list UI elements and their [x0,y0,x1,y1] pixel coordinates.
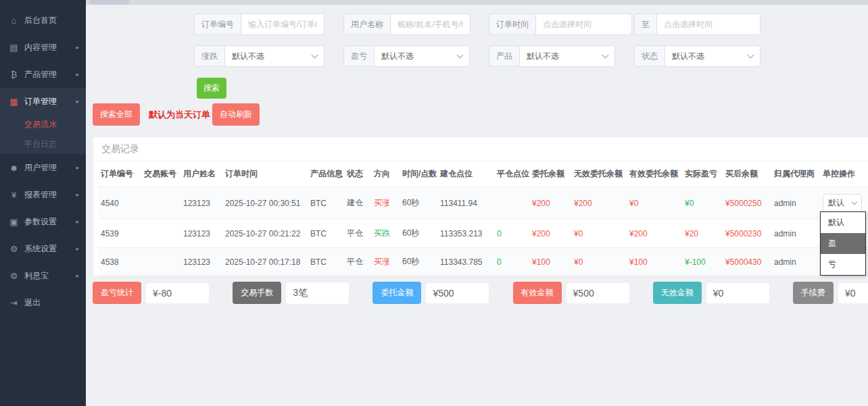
column-header: 平仓点位 [495,161,530,187]
chevron-down-icon [748,52,754,59]
order-time-label: 订单时间 [489,14,535,35]
table-row: 45381231232025-10-27 00:17:18BTC平仓买涨60秒1… [99,248,868,276]
sidebar-item-label: 利息宝 [24,270,49,282]
chevron-down-icon [312,52,318,59]
control-option[interactable]: 亏 [821,254,865,275]
params-icon: ▣ [9,217,19,227]
cell-time: 2025-10-27 00:30:51 [223,187,308,220]
product-icon: ₿ [9,70,19,80]
stat-value: 3笔 [286,282,349,304]
sidebar-subitem[interactable]: 交易流水 [0,115,86,134]
sidebar-item-product[interactable]: ₿产品管理▸ [0,61,86,88]
cell-product: BTC [308,187,345,220]
trade-records-panel: 交易记录 订单编号交易账号用户姓名订单时间产品信息状态方向时间/点数建仓点位平仓… [93,136,868,276]
product-select[interactable]: 默认不选 [519,45,615,67]
sidebar-item-order[interactable]: ▦订单管理▸ [0,88,86,115]
sidebar-item-content[interactable]: ▤内容管理▸ [0,34,86,61]
cell-close-point: 0 [495,248,530,276]
column-header: 建仓点位 [438,161,495,187]
order-no-filter: 订单编号 [194,14,324,35]
sidebar-item-label: 退出 [24,297,41,309]
sidebar-item-label: 产品管理 [24,69,57,80]
cell-open-point: 113353.213 [438,220,495,248]
filter-bar: 订单编号 用户名称 订单时间 至 涨跌 默认不选 [86,5,868,67]
auto-refresh-button[interactable]: 自动刷新 [212,103,260,126]
column-header: 委托余额 [530,161,572,187]
cell-actual-pl: ¥20 [683,220,723,248]
sidebar-item-params[interactable]: ▣参数设置▸ [0,208,86,235]
chevron-right-icon: ▸ [76,98,79,105]
chevron-right-icon: ▸ [76,272,79,279]
to-label: 至 [634,14,656,35]
stats-bar: 盈亏统计¥-80交易手数3笔委托金额¥500有效金额¥500无效金额¥0手续费¥… [93,282,868,304]
sidebar-item-system[interactable]: ⚙系统设置▸ [0,235,86,262]
sidebar-item-label: 内容管理 [24,42,57,53]
sidebar-item-label: 参数设置 [24,216,57,228]
cell-invalid-entrust: ¥0 [572,248,627,276]
sidebar-item-interest[interactable]: ⚙利息宝▸ [0,262,86,289]
column-header: 产品信息 [308,161,345,187]
chevron-right-icon: ▸ [76,245,79,252]
cell-direction: 买涨 [372,187,400,220]
cell-entrust: ¥200 [530,220,572,248]
chevron-down-icon [602,52,609,59]
order-no-input[interactable] [241,14,324,35]
cell-direction: 买涨 [372,248,400,276]
order-time-input[interactable] [535,14,632,35]
control-select-value: 默认 [828,197,844,209]
cell-valid-entrust: ¥200 [627,220,683,248]
cell-time: 2025-10-27 00:21:22 [223,220,308,248]
stat-group: 手续费¥0 [793,282,868,304]
user-name-input[interactable] [390,14,471,35]
control-option[interactable]: 默认 [821,212,865,233]
stat-value: ¥500 [566,283,629,303]
control-select[interactable]: 默认 [823,194,862,212]
sidebar-item-report[interactable]: ¥报表管理▸ [0,181,86,208]
product-filter: 产品 默认不选 [489,45,615,67]
sidebar-item-user[interactable]: ☻用户管理▸ [0,154,86,181]
sidebar-item-logout[interactable]: ⇥退出 [0,289,86,316]
cell-actual-pl: ¥-100 [683,248,723,276]
rise-fall-filter: 涨跌 默认不选 [194,45,324,67]
cell-open-point: 113411.94 [438,187,495,220]
stat-group: 盈亏统计¥-80 [93,282,209,304]
stat-group: 交易手数3笔 [233,282,349,304]
top-tab [90,0,129,5]
order-icon: ▦ [9,97,19,107]
trade-records-table: 订单编号交易账号用户姓名订单时间产品信息状态方向时间/点数建仓点位平仓点位委托余… [99,161,868,276]
order-time-to-input[interactable] [656,14,761,35]
rise-fall-select[interactable]: 默认不选 [224,45,324,67]
sidebar-item-label: 报表管理 [24,189,57,201]
stat-value: ¥-80 [146,283,209,303]
search-all-button[interactable]: 搜索全部 [93,103,140,126]
table-row: 45401231232025-10-27 00:30:51BTC建仓买涨60秒1… [99,187,868,220]
stat-value: ¥0 [838,283,868,303]
chevron-right-icon: ▸ [76,44,79,51]
sidebar-item-dashboard[interactable]: ⌂后台首页 [0,7,86,34]
stat-label: 交易手数 [233,282,281,304]
cell-actual-pl: ¥0 [683,187,723,220]
control-option[interactable]: 盈 [821,233,865,254]
dashboard-icon: ⌂ [9,16,19,26]
user-name-label: 用户名称 [343,14,390,35]
product-label: 产品 [489,45,519,67]
cell-account [142,220,181,248]
sidebar-item-label: 后台首页 [24,15,57,26]
profit-loss-select[interactable]: 默认不选 [374,45,470,67]
sidebar-subitem[interactable]: 平台日志 [0,134,86,154]
cell-open-point: 113343.785 [438,248,495,276]
cell-user: 123123 [181,187,223,220]
column-header: 单控操作 [821,161,868,187]
cell-user: 123123 [181,220,223,248]
cell-invalid-entrust: ¥0 [572,220,627,248]
status-select[interactable]: 默认不选 [665,45,761,67]
cell-after-balance: ¥5000250 [723,187,772,220]
sidebar-item-label: 系统设置 [24,243,57,255]
cell-status: 平仓 [345,220,372,248]
search-button[interactable]: 搜索 [197,78,226,99]
chevron-down-icon [457,52,464,59]
column-header: 交易账号 [142,161,181,187]
cell-duration: 60秒 [400,220,438,248]
quick-buttons-row: 搜索全部 默认为当天订单 自动刷新 [93,103,868,126]
stat-group: 无效金额¥0 [653,282,769,304]
